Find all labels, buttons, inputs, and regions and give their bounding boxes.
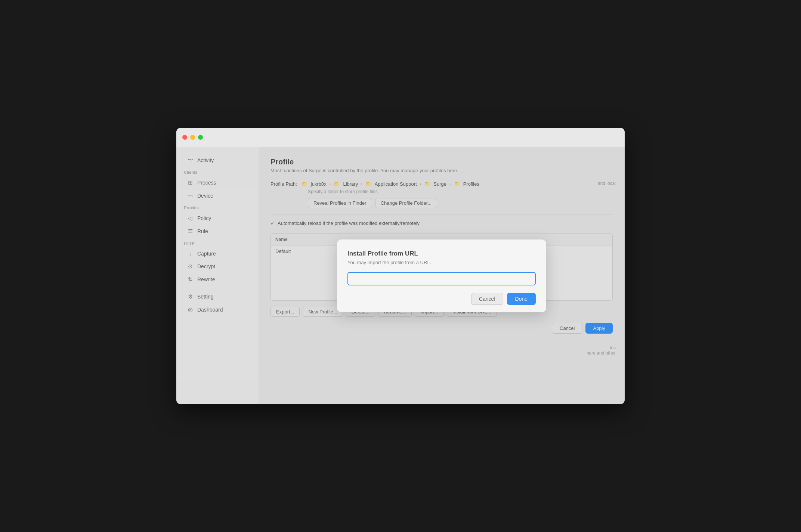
sidebar-item-label: Rule — [197, 228, 208, 234]
sidebar-item-label: Device — [197, 193, 213, 199]
capture-icon: ↓ — [187, 250, 194, 257]
setting-icon: ⚙ — [187, 293, 194, 300]
sidebar-item-device[interactable]: ▭ Device — [179, 189, 256, 202]
install-profile-modal: Install Profile from URL You may import … — [337, 239, 546, 312]
sidebar-section-http: HTTP — [176, 238, 259, 247]
modal-overlay: Install Profile from URL You may import … — [259, 147, 625, 404]
close-button[interactable] — [182, 135, 187, 140]
sidebar-item-label: Process — [197, 180, 216, 186]
sidebar-section-proxies: Proxies — [176, 202, 259, 211]
sidebar-item-activity[interactable]: 〜 Activity — [179, 154, 256, 167]
decrypt-icon: ⊙ — [187, 263, 194, 270]
sidebar-item-label: Policy — [197, 215, 211, 221]
process-icon: ⊞ — [187, 179, 194, 186]
dashboard-icon: ◎ — [187, 306, 194, 313]
sidebar-item-label: Rewrite — [197, 276, 215, 282]
sidebar-item-rule[interactable]: ☰ Rule — [179, 225, 256, 238]
modal-title: Install Profile from URL — [347, 250, 536, 257]
policy-icon: ◁ — [187, 215, 194, 222]
activity-icon: 〜 — [187, 157, 194, 164]
minimize-button[interactable] — [190, 135, 195, 140]
modal-subtitle: You may import the profile from a URL. — [347, 260, 536, 265]
maximize-button[interactable] — [198, 135, 203, 140]
app-window: 〜 Activity Clients ⊞ Process ▭ Device Pr… — [176, 128, 625, 404]
window-body: 〜 Activity Clients ⊞ Process ▭ Device Pr… — [176, 147, 625, 404]
sidebar-item-label: Setting — [197, 294, 214, 300]
sidebar: 〜 Activity Clients ⊞ Process ▭ Device Pr… — [176, 147, 259, 404]
sidebar-item-process[interactable]: ⊞ Process — [179, 176, 256, 189]
title-bar — [176, 128, 625, 147]
sidebar-item-policy[interactable]: ◁ Policy — [179, 212, 256, 225]
sidebar-item-decrypt[interactable]: ⊙ Decrypt — [179, 260, 256, 273]
sidebar-item-dashboard[interactable]: ◎ Dashboard — [179, 303, 256, 316]
sidebar-item-label: Activity — [197, 157, 214, 163]
rule-icon: ☰ — [187, 228, 194, 235]
modal-cancel-button[interactable]: Cancel — [471, 293, 503, 305]
sidebar-item-capture[interactable]: ↓ Capture — [179, 247, 256, 260]
rewrite-icon: ⇅ — [187, 276, 194, 283]
sidebar-item-rewrite[interactable]: ⇅ Rewrite — [179, 273, 256, 286]
modal-buttons: Cancel Done — [347, 293, 536, 305]
main-content: Profile Most functions of Surge is contr… — [259, 147, 625, 404]
sidebar-item-label: Dashboard — [197, 307, 223, 313]
device-icon: ▭ — [187, 192, 194, 199]
sidebar-item-label: Decrypt — [197, 263, 215, 269]
modal-done-button[interactable]: Done — [507, 293, 536, 305]
sidebar-item-setting[interactable]: ⚙ Setting — [179, 290, 256, 303]
url-input[interactable] — [347, 272, 536, 285]
sidebar-item-label: Capture — [197, 251, 216, 257]
sidebar-section-clients: Clients — [176, 167, 259, 176]
